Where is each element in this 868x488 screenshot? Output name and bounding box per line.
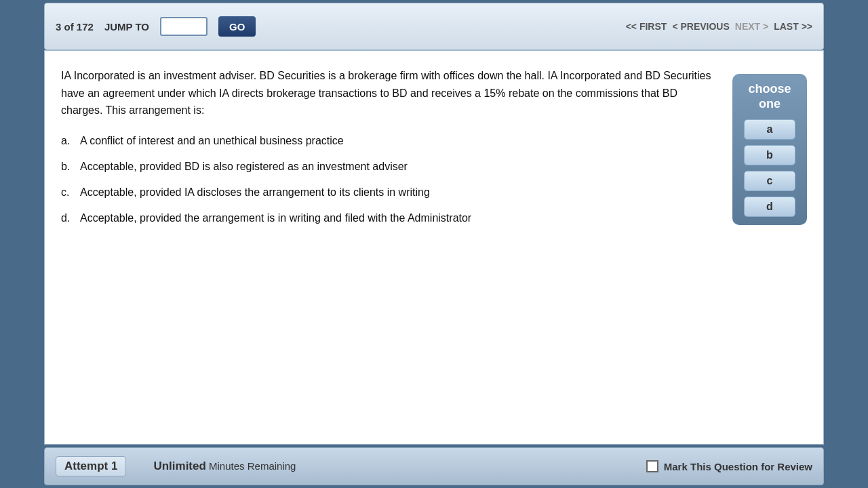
navigation-bar: 3 of 172 JUMP TO GO << FIRST < PREVIOUS … — [44, 3, 824, 50]
go-button[interactable]: GO — [218, 16, 256, 37]
mark-review-checkbox[interactable] — [646, 460, 658, 472]
answer-text: Acceptable, provided BD is also register… — [80, 159, 719, 175]
answer-btn-c[interactable]: c — [744, 171, 795, 191]
attempt-label: Attempt 1 — [56, 456, 126, 476]
answer-btn-b[interactable]: b — [744, 145, 795, 165]
question-area: IA Incorporated is an investment adviser… — [45, 51, 823, 444]
first-link[interactable]: << FIRST — [626, 21, 667, 32]
answer-letter: c. — [61, 184, 80, 201]
nav-links: << FIRST < PREVIOUS NEXT > LAST >> — [626, 21, 812, 32]
mark-review-label: Mark This Question for Review — [664, 461, 812, 472]
time-remaining: Unlimited Minutes Remaining — [153, 460, 296, 473]
answer-btn-a[interactable]: a — [744, 119, 795, 140]
answer-letter: b. — [61, 159, 80, 175]
answer-item: c. Acceptable, provided IA discloses the… — [61, 184, 719, 201]
answer-text: Acceptable, provided the arrangement is … — [80, 210, 719, 226]
previous-link[interactable]: < PREVIOUS — [672, 21, 729, 32]
question-counter: 3 of 172 — [56, 21, 94, 33]
answer-letter: d. — [61, 210, 80, 226]
choose-one-label: choose one — [739, 82, 800, 111]
next-link[interactable]: NEXT > — [735, 21, 768, 32]
question-text-area: IA Incorporated is an investment adviser… — [61, 67, 732, 433]
time-bold: Unlimited — [153, 460, 205, 472]
jump-to-label: JUMP TO — [104, 21, 149, 33]
jump-to-input[interactable] — [160, 17, 208, 36]
bottom-bar: Attempt 1 Unlimited Minutes Remaining Ma… — [44, 447, 824, 485]
answer-text: Acceptable, provided IA discloses the ar… — [80, 184, 719, 201]
main-content: IA Incorporated is an investment adviser… — [44, 50, 824, 445]
answer-item: b. Acceptable, provided BD is also regis… — [61, 159, 719, 175]
choose-one-panel: choose one abcd — [732, 74, 807, 225]
question-text: IA Incorporated is an investment adviser… — [61, 67, 719, 119]
answer-list: a. A conflict of interest and an unethic… — [61, 133, 719, 226]
answer-text: A conflict of interest and an unethical … — [80, 133, 719, 149]
answer-item: d. Acceptable, provided the arrangement … — [61, 210, 719, 226]
answer-item: a. A conflict of interest and an unethic… — [61, 133, 719, 149]
last-link[interactable]: LAST >> — [774, 21, 812, 32]
answer-btn-d[interactable]: d — [744, 197, 795, 217]
time-rest: Minutes Remaining — [206, 460, 296, 472]
mark-review: Mark This Question for Review — [646, 460, 812, 472]
answer-letter: a. — [61, 133, 80, 149]
